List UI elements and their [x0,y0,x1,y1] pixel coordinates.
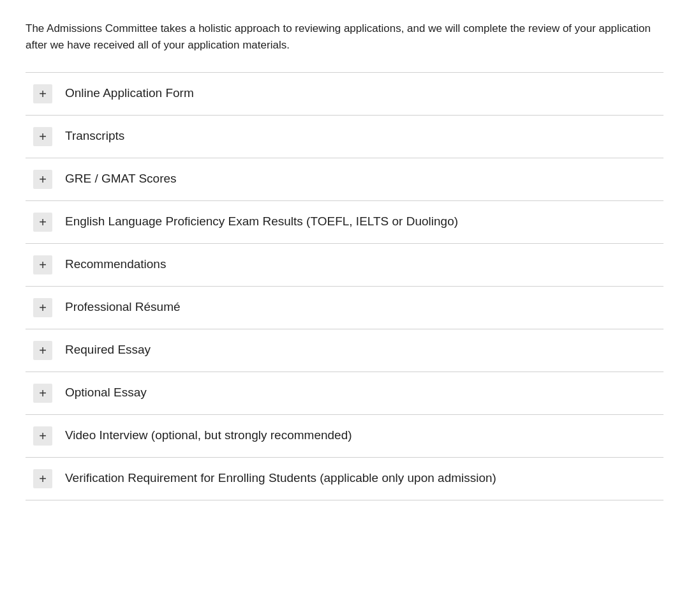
expand-button-verification-requirement[interactable]: + [33,469,52,488]
expand-button-transcripts[interactable]: + [33,127,52,146]
accordion-label-gre-gmat-scores: GRE / GMAT Scores [65,170,177,188]
accordion-item-transcripts[interactable]: +Transcripts [26,116,663,158]
accordion-label-english-language: English Language Proficiency Exam Result… [65,213,458,231]
accordion-item-required-essay[interactable]: +Required Essay [26,329,663,372]
accordion-label-required-essay: Required Essay [65,341,151,359]
accordion-label-recommendations: Recommendations [65,255,166,274]
expand-button-video-interview[interactable]: + [33,426,52,446]
expand-button-online-application-form[interactable]: + [33,84,52,103]
accordion-item-recommendations[interactable]: +Recommendations [26,244,663,287]
accordion-item-online-application-form[interactable]: +Online Application Form [26,73,663,116]
accordion-label-optional-essay: Optional Essay [65,384,147,402]
expand-button-optional-essay[interactable]: + [33,384,52,403]
accordion-item-video-interview[interactable]: +Video Interview (optional, but strongly… [26,415,663,458]
accordion-label-verification-requirement: Verification Requirement for Enrolling S… [65,470,496,487]
expand-button-required-essay[interactable]: + [33,341,52,360]
accordion-item-professional-resume[interactable]: +Professional Résumé [26,287,663,329]
accordion-item-optional-essay[interactable]: +Optional Essay [26,372,663,415]
accordion-list: +Online Application Form+Transcripts+GRE… [26,72,663,500]
expand-button-professional-resume[interactable]: + [33,298,52,317]
accordion-item-gre-gmat-scores[interactable]: +GRE / GMAT Scores [26,158,663,201]
accordion-label-professional-resume: Professional Résumé [65,298,181,317]
accordion-item-verification-requirement[interactable]: +Verification Requirement for Enrolling … [26,458,663,500]
expand-button-gre-gmat-scores[interactable]: + [33,170,52,189]
expand-button-recommendations[interactable]: + [33,255,52,274]
intro-paragraph: The Admissions Committee takes a holisti… [26,20,663,54]
accordion-item-english-language[interactable]: +English Language Proficiency Exam Resul… [26,201,663,244]
accordion-label-transcripts: Transcripts [65,127,124,146]
expand-button-english-language[interactable]: + [33,213,52,232]
accordion-label-video-interview: Video Interview (optional, but strongly … [65,426,352,445]
accordion-label-online-application-form: Online Application Form [65,84,194,103]
